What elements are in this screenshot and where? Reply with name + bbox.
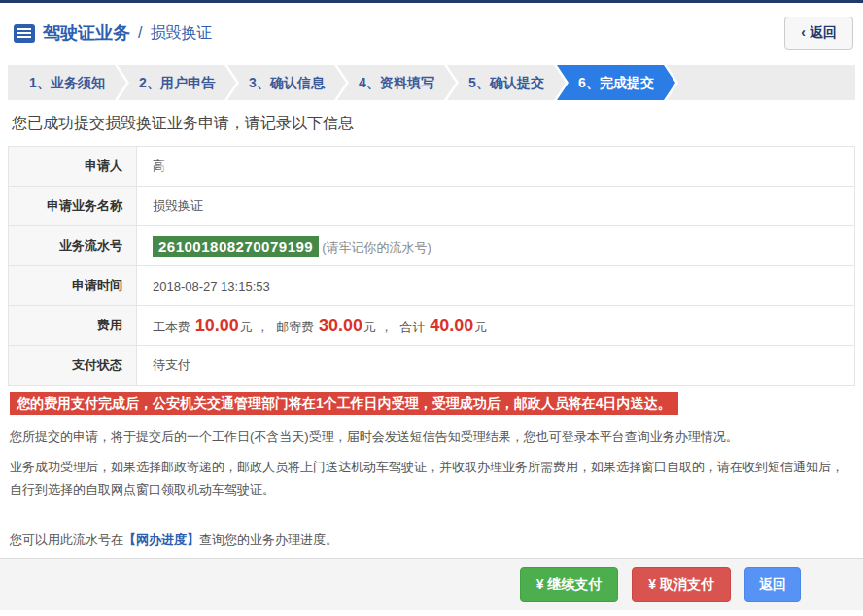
fee-unit-1: 元 — [240, 320, 253, 334]
applicant-label: 申请人 — [9, 147, 137, 187]
table-row-applicant: 申请人 高 — [9, 147, 855, 187]
top-back-label: 返回 — [810, 24, 837, 40]
apply-time-value: 2018-08-27 13:15:53 — [137, 266, 855, 306]
step-5-confirm-submit: 5、确认提交 — [447, 65, 566, 100]
fee-total-amount: 40.00 — [429, 316, 474, 335]
fee-comma-1: ， — [253, 320, 273, 334]
serial-note: (请牢记你的流水号) — [322, 240, 432, 255]
bottom-back-button[interactable]: 返回 — [744, 567, 801, 602]
table-row-serial: 业务流水号 261001808270079199(请牢记你的流水号) — [9, 226, 855, 266]
progress-text-suffix: 查询您的业务办理进度。 — [199, 532, 338, 547]
fee-item1-label: 工本费 — [153, 320, 190, 334]
success-message: 您已成功提交损毁换证业务申请，请记录以下信息 — [8, 100, 855, 146]
progress-text-prefix: 您可以用此流水号在 — [10, 532, 123, 547]
chevron-left-icon: ‹ — [801, 24, 806, 40]
step-3-confirm-info: 3、确认信息 — [227, 65, 346, 100]
action-footer: ¥ 继续支付 ¥ 取消支付 返回 — [0, 558, 863, 610]
serial-number-badge: 261001808270079199 — [153, 236, 319, 257]
instruction-paragraph-2: 业务成功受理后，如果选择邮政寄递的，邮政人员将上门送达机动车驾驶证，并收取办理业… — [10, 457, 853, 501]
step-1-notice: 1、业务须知 — [8, 65, 126, 100]
step-bar-filler — [667, 65, 855, 100]
fee-item2-amount: 30.00 — [318, 316, 363, 335]
breadcrumb-separator: / — [138, 24, 142, 42]
main-content: 您已成功提交损毁换证业务申请，请记录以下信息 申请人 高 申请业务名称 损毁换证… — [0, 100, 863, 552]
business-name-value: 损毁换证 — [137, 187, 855, 226]
fee-unit-2: 元 — [363, 320, 376, 334]
table-row-pay-status: 支付状态 待支付 — [9, 346, 855, 386]
instructions: 您所提交的申请，将于提交后的一个工作日(不含当天)受理，届时会发送短信告知受理结… — [8, 415, 855, 552]
pay-status-value: 待支付 — [137, 346, 855, 386]
table-row-apply-time: 申请时间 2018-08-27 13:15:53 — [9, 266, 855, 306]
step-2-declare: 2、用户申告 — [118, 65, 236, 100]
cancel-payment-button[interactable]: ¥ 取消支付 — [632, 567, 731, 602]
fee-label: 费用 — [9, 306, 137, 346]
table-row-business-name: 申请业务名称 损毁换证 — [9, 187, 855, 226]
continue-payment-button[interactable]: ¥ 继续支付 — [520, 567, 619, 602]
step-4-fill-data: 4、资料填写 — [337, 65, 456, 100]
fee-item2-label: 邮寄费 — [276, 320, 314, 334]
table-row-fee: 费用 工本费 10.00元， 邮寄费 30.00元， 合计 40.00元 — [9, 306, 855, 346]
application-info-table: 申请人 高 申请业务名称 损毁换证 业务流水号 2610018082700791… — [8, 146, 855, 386]
fee-value: 工本费 10.00元， 邮寄费 30.00元， 合计 40.00元 — [137, 306, 855, 346]
redacted-name-blur — [167, 159, 224, 175]
page-subtitle: 损毁换证 — [150, 23, 212, 44]
payment-warning-banner: 您的费用支付完成后，公安机关交通管理部门将在1个工作日内受理，受理成功后，邮政人… — [10, 392, 678, 415]
fee-item1-amount: 10.00 — [194, 316, 240, 335]
page-header: 驾驶证业务 / 损毁换证 ‹返回 — [0, 3, 863, 61]
page-title: 驾驶证业务 — [43, 21, 130, 45]
pay-status-label: 支付状态 — [9, 346, 137, 386]
form-list-icon — [14, 24, 35, 43]
online-progress-link[interactable]: 【网办进度】 — [123, 532, 199, 547]
fee-unit-3: 元 — [474, 320, 487, 334]
top-back-button[interactable]: ‹返回 — [784, 17, 853, 50]
instruction-paragraph-3: 您可以用此流水号在【网办进度】查询您的业务办理进度。 — [10, 530, 853, 552]
breadcrumb: 驾驶证业务 / 损毁换证 — [14, 21, 212, 45]
instruction-paragraph-1: 您所提交的申请，将于提交后的一个工作日(不含当天)受理，届时会发送短信告知受理结… — [10, 427, 853, 449]
fee-total-label: 合计 — [400, 320, 426, 334]
business-name-label: 申请业务名称 — [9, 187, 137, 226]
applicant-value: 高 — [153, 158, 165, 173]
step-6-complete: 6、完成提交 — [557, 65, 675, 100]
serial-label: 业务流水号 — [9, 226, 137, 266]
fee-comma-2: ， — [376, 320, 397, 334]
apply-time-label: 申请时间 — [9, 266, 137, 306]
step-progress-bar: 1、业务须知 2、用户申告 3、确认信息 4、资料填写 5、确认提交 6、完成提… — [8, 65, 855, 100]
